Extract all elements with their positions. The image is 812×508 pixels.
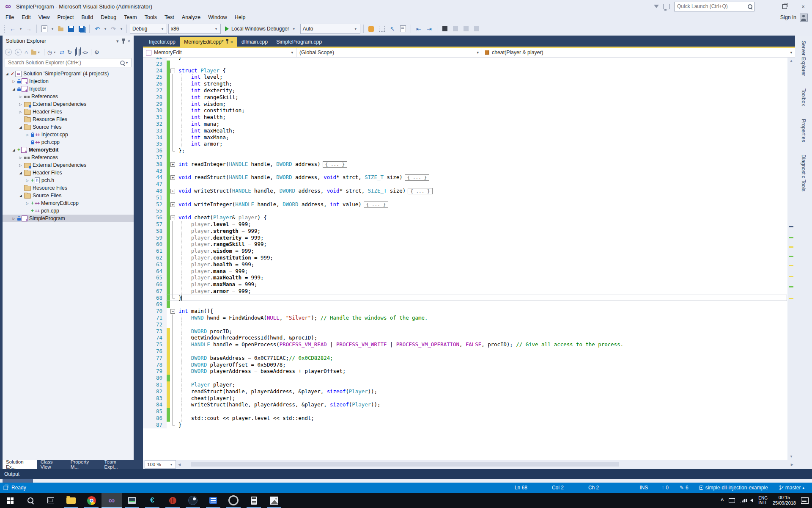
open-file-icon[interactable]	[56, 24, 65, 33]
code-line-48[interactable]: 48+void writeStruct(HANDLE handle, DWORD…	[143, 188, 787, 194]
code-line-26[interactable]: 26 int strength;	[143, 80, 787, 87]
code-line-74[interactable]: 74 GetWindowThreadProcessId(hwnd, &procI…	[143, 334, 787, 341]
start-debugging-button[interactable]: Local Windows Debugger ▾	[222, 24, 299, 33]
code-line-55[interactable]: 55	[143, 207, 787, 214]
decrease-indent-icon[interactable]: ⇤	[414, 24, 423, 33]
status-repository[interactable]: simple-dll-injection-example	[699, 485, 768, 491]
collapse-icon[interactable]: ◢	[18, 194, 23, 198]
code-line-38[interactable]: 38+int readInteger(HANDLE handle, DWORD …	[143, 161, 787, 168]
solution-search-box[interactable]: ▾	[5, 58, 132, 67]
menu-debug[interactable]: Debug	[97, 14, 120, 21]
previous-bookmark-icon[interactable]	[472, 24, 481, 33]
redo-dropdown[interactable]: ▾	[119, 27, 123, 31]
attach-mode-select[interactable]: Auto▾	[300, 24, 360, 34]
solution-search-input[interactable]	[7, 59, 120, 66]
solution-platform-select[interactable]: x86▾	[168, 24, 221, 34]
refresh-icon[interactable]: ↻	[67, 49, 72, 55]
window-position-icon[interactable]: ▾	[116, 39, 119, 44]
properties-icon[interactable]: ⚙	[94, 49, 99, 55]
user-avatar[interactable]	[800, 14, 808, 22]
collapsed-region-box[interactable]: { ... }	[323, 161, 347, 168]
code-line-64[interactable]: 64 player.mana = 999;	[143, 268, 787, 275]
editor-zoom-select[interactable]: 100 %▾	[145, 460, 176, 469]
home-icon[interactable]: ⌂	[25, 49, 28, 55]
code-line-68[interactable]: 68}	[143, 295, 787, 301]
file-explorer-icon[interactable]	[61, 493, 81, 508]
copy-icon[interactable]	[75, 49, 76, 55]
code-line-52[interactable]: 52+void writeInteger(HANDLE handle, DWOR…	[143, 201, 787, 208]
tree-item-source-files[interactable]: ◢Source Files	[3, 192, 134, 199]
expand-icon[interactable]: ▷	[25, 179, 30, 182]
code-line-75[interactable]: 75 HANDLE handle = OpenProcess(PROCESS_V…	[143, 341, 787, 348]
new-file-dropdown[interactable]: ▾	[50, 27, 55, 31]
code-line-66[interactable]: 66 player.maxMana = 999;	[143, 281, 787, 288]
tree-item-references[interactable]: ▷References	[3, 154, 134, 161]
code-line-33[interactable]: 33 int maxHealth;	[143, 127, 787, 134]
status-pending-edits[interactable]: ✎6	[680, 485, 689, 491]
quick-launch[interactable]	[674, 2, 754, 11]
pin-icon[interactable]	[123, 40, 124, 44]
code-line-47[interactable]: 47	[143, 181, 787, 188]
code-line-72[interactable]: 72	[143, 321, 787, 328]
code-line-34[interactable]: 34 int maxMana;	[143, 134, 787, 141]
navigate-forward-icon[interactable]: →	[24, 24, 33, 33]
code-line-78[interactable]: 78 DWORD playerOffset = 0x5D0978;	[143, 362, 787, 368]
collapsed-region-box[interactable]: { ... }	[405, 174, 429, 181]
code-line-67[interactable]: 67 player.armor = 999;	[143, 288, 787, 295]
scroll-right-icon[interactable]: ▶	[791, 463, 793, 467]
code-line-81[interactable]: 81 Player player;	[143, 381, 787, 388]
expand-region-icon[interactable]: +	[170, 175, 175, 180]
preview-icon[interactable]	[79, 49, 80, 55]
menu-project[interactable]: Project	[54, 14, 78, 21]
tree-item-solution-simpleprogram-4-projects-[interactable]: ◢✓∞Solution 'SimpleProgram' (4 projects)	[3, 70, 134, 77]
expand-icon[interactable]: ▷	[25, 202, 30, 205]
code-line-22[interactable]: 22}	[143, 58, 787, 61]
code-line-70[interactable]: 70−int main(){	[143, 308, 787, 315]
code-line-43[interactable]: 43	[143, 168, 787, 174]
code-line-57[interactable]: 57 player.level = 999;	[143, 221, 787, 228]
collapse-region-icon[interactable]: −	[170, 215, 175, 220]
cheat-engine-icon[interactable]: €	[142, 493, 162, 508]
code-line-87[interactable]: 87}	[143, 422, 787, 428]
new-file-icon[interactable]	[40, 24, 49, 33]
panel-tab-class-view[interactable]: Class View	[37, 460, 67, 469]
increase-indent-icon[interactable]: ⇥	[425, 24, 434, 33]
code-line-56[interactable]: 56−void cheat(Player& player) {	[143, 214, 787, 221]
expand-icon[interactable]: ▷	[18, 95, 23, 99]
action-center-icon[interactable]	[801, 497, 809, 504]
code-line-82[interactable]: 82 readStruct(handle, playerAddress, &pl…	[143, 388, 787, 395]
find-in-files-icon[interactable]	[398, 24, 408, 33]
code-line-61[interactable]: 61 player.wisdom = 999;	[143, 248, 787, 254]
tree-item-external-dependencies[interactable]: ▷External Dependencies	[3, 100, 134, 108]
code-line-58[interactable]: 58 player.strength = 999;	[143, 228, 787, 235]
menu-help[interactable]: Help	[231, 14, 250, 21]
dock-tab-properties[interactable]: Properties	[801, 119, 807, 142]
sync-with-active-document-icon[interactable]: ⇄	[60, 49, 64, 55]
show-hidden-icons-icon[interactable]: ^	[721, 497, 724, 503]
expand-region-icon[interactable]: +	[170, 202, 175, 207]
navbar-project-dropdown[interactable]: MemoryEdit ▾	[143, 48, 296, 57]
expand-region-icon[interactable]: +	[170, 189, 175, 193]
menu-window[interactable]: Window	[204, 14, 230, 21]
tree-item-header-files[interactable]: ◢Header Files	[3, 169, 134, 177]
save-all-icon[interactable]	[77, 24, 86, 33]
navigate-to-icon[interactable]: ↖	[388, 24, 397, 33]
performance-monitor-icon[interactable]	[122, 493, 142, 508]
tab-simpleprogram-cpp[interactable]: SimpleProgram.cpp	[272, 37, 326, 47]
menu-edit[interactable]: Edit	[18, 14, 35, 21]
close-panel-icon[interactable]: ×	[128, 39, 130, 44]
close-button[interactable]: ×	[796, 1, 810, 12]
expand-icon[interactable]: ▷	[11, 217, 16, 221]
tree-item-simpleprogram[interactable]: ▷SimpleProgram	[3, 215, 134, 222]
expand-icon[interactable]: ▷	[18, 156, 23, 160]
tab-dllmain-cpp[interactable]: dllmain.cpp	[237, 37, 272, 47]
monitor-tray-icon[interactable]	[729, 498, 735, 503]
undo-icon[interactable]: ↶	[93, 24, 102, 33]
tree-item-injection[interactable]: ▷Injection	[3, 77, 134, 85]
panel-tab-property-m-[interactable]: Property M...	[67, 460, 101, 469]
selection-box-icon[interactable]	[377, 24, 387, 33]
code-line-31[interactable]: 31 int health;	[143, 114, 787, 121]
toggle-bookmark-icon[interactable]	[461, 24, 471, 33]
language-indicator[interactable]: ENGINTL	[758, 496, 768, 505]
collapsed-region-box[interactable]: { ... }	[364, 202, 388, 208]
